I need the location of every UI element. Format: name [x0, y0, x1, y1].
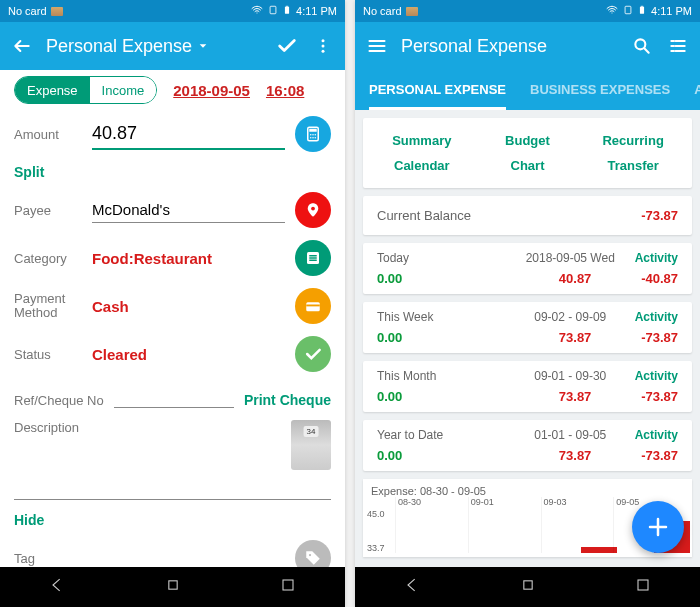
svg-rect-0: [270, 6, 276, 14]
tag-label: Tag: [14, 551, 82, 566]
sum-chart[interactable]: Chart: [475, 153, 581, 178]
sum-summary[interactable]: Summary: [369, 128, 475, 153]
payee-input[interactable]: McDonald's: [92, 197, 285, 223]
period-year[interactable]: Year to Date01-01 - 09-05Activity 0.0073…: [363, 420, 692, 471]
wifi-icon: [605, 4, 619, 18]
category-icon[interactable]: [295, 240, 331, 276]
activity-link[interactable]: Activity: [635, 428, 678, 442]
tab-business[interactable]: BUSINESS EXPENSES: [530, 82, 670, 110]
nav-bar: [0, 567, 345, 607]
check-icon[interactable]: [275, 34, 299, 58]
svg-rect-29: [638, 580, 648, 590]
svg-point-21: [309, 554, 311, 556]
nav-recent-icon[interactable]: [633, 575, 653, 599]
split-link[interactable]: Split: [14, 164, 44, 180]
add-fab[interactable]: [632, 501, 684, 553]
status-icon[interactable]: [295, 336, 331, 372]
segment-income[interactable]: Income: [90, 77, 157, 103]
chart-title: Expense: 08-30 - 09-05: [363, 479, 692, 497]
status-bar: No card 4:11 PM: [355, 0, 700, 22]
amount-input[interactable]: 40.87: [92, 119, 285, 150]
activity-link[interactable]: Activity: [635, 251, 678, 265]
nav-home-icon[interactable]: [163, 575, 183, 599]
svg-point-5: [322, 50, 325, 53]
sum-transfer[interactable]: Transfer: [580, 153, 686, 178]
battery-icon: [637, 4, 647, 18]
nav-recent-icon[interactable]: [278, 575, 298, 599]
svg-point-9: [312, 134, 314, 136]
period-in: 0.00: [377, 448, 509, 463]
receipt-thumbnail[interactable]: [291, 420, 331, 470]
chevron-down-icon: [198, 41, 208, 51]
svg-point-3: [322, 39, 325, 42]
x-label: 09-03: [544, 497, 567, 507]
menu-icon[interactable]: [365, 34, 389, 58]
status-value[interactable]: Cleared: [92, 342, 285, 367]
nav-bar: [355, 567, 700, 607]
payment-icon[interactable]: [295, 288, 331, 324]
app-bar: Personal Expense: [0, 22, 345, 70]
period-today[interactable]: Today2018-09-05 WedActivity 0.0040.87-40…: [363, 243, 692, 294]
screen-overview: No card 4:11 PM Personal Expense PERSONA…: [355, 0, 700, 607]
balance-value: -73.87: [641, 208, 678, 223]
tab-all[interactable]: AL: [694, 82, 700, 110]
overview-content: Summary Budget Recurring Calendar Chart …: [355, 110, 700, 567]
period-range: 2018-09-05 Wed: [506, 251, 635, 265]
svg-point-4: [322, 45, 325, 48]
svg-point-11: [310, 137, 312, 139]
payment-value[interactable]: Cash: [92, 294, 285, 319]
description-input[interactable]: [14, 476, 331, 500]
period-range: 01-01 - 09-05: [506, 428, 635, 442]
period-name: This Week: [377, 310, 506, 324]
activity-link[interactable]: Activity: [635, 310, 678, 324]
period-out: 73.87: [509, 389, 641, 404]
svg-rect-22: [168, 581, 176, 589]
svg-rect-20: [306, 305, 320, 307]
tag-icon[interactable]: [295, 540, 331, 567]
period-name: This Month: [377, 369, 506, 383]
status-bar: No card 4:11 PM: [0, 0, 345, 22]
segment-expense[interactable]: Expense: [15, 77, 90, 103]
nav-home-icon[interactable]: [518, 575, 538, 599]
period-name: Year to Date: [377, 428, 506, 442]
amount-label: Amount: [14, 127, 82, 142]
calculator-icon[interactable]: [295, 116, 331, 152]
balance-label: Current Balance: [377, 208, 641, 223]
hide-link[interactable]: Hide: [14, 512, 44, 528]
period-month[interactable]: This Month09-01 - 09-30Activity 0.0073.8…: [363, 361, 692, 412]
svg-rect-19: [306, 302, 320, 311]
sum-recurring[interactable]: Recurring: [580, 128, 686, 153]
x-label: 09-05: [616, 497, 639, 507]
period-week[interactable]: This Week09-02 - 09-09Activity 0.0073.87…: [363, 302, 692, 353]
ref-input[interactable]: [114, 384, 234, 408]
nav-back-icon[interactable]: [48, 575, 68, 599]
title-dropdown[interactable]: Personal Expense: [46, 36, 263, 57]
list-icon[interactable]: [666, 34, 690, 58]
sum-calendar[interactable]: Calendar: [369, 153, 475, 178]
date-field[interactable]: 2018-09-05: [173, 82, 250, 99]
tab-personal[interactable]: PERSONAL EXPENSE: [369, 82, 506, 110]
sd-icon: [268, 4, 278, 18]
y-min: 33.7: [367, 543, 385, 553]
time-field[interactable]: 16:08: [266, 82, 304, 99]
tab-bar: PERSONAL EXPENSE BUSINESS EXPENSES AL: [355, 70, 700, 110]
svg-rect-26: [641, 6, 644, 7]
nav-back-icon[interactable]: [403, 575, 423, 599]
print-cheque-link[interactable]: Print Cheque: [244, 392, 331, 408]
period-net: -73.87: [641, 389, 678, 404]
payee-icon[interactable]: [295, 192, 331, 228]
overflow-icon[interactable]: [311, 34, 335, 58]
period-name: Today: [377, 251, 506, 265]
x-label: 08-30: [398, 497, 421, 507]
back-icon[interactable]: [10, 34, 34, 58]
svg-rect-23: [283, 580, 293, 590]
entry-content: Expense Income 2018-09-05 16:08 Amount 4…: [0, 70, 345, 567]
balance-row[interactable]: Current Balance -73.87: [363, 196, 692, 235]
activity-link[interactable]: Activity: [635, 369, 678, 383]
sum-budget[interactable]: Budget: [475, 128, 581, 153]
type-segment[interactable]: Expense Income: [14, 76, 157, 104]
search-icon[interactable]: [630, 34, 654, 58]
payee-label: Payee: [14, 203, 82, 218]
summary-grid: Summary Budget Recurring Calendar Chart …: [363, 118, 692, 188]
category-value[interactable]: Food:Restaurant: [92, 246, 285, 271]
